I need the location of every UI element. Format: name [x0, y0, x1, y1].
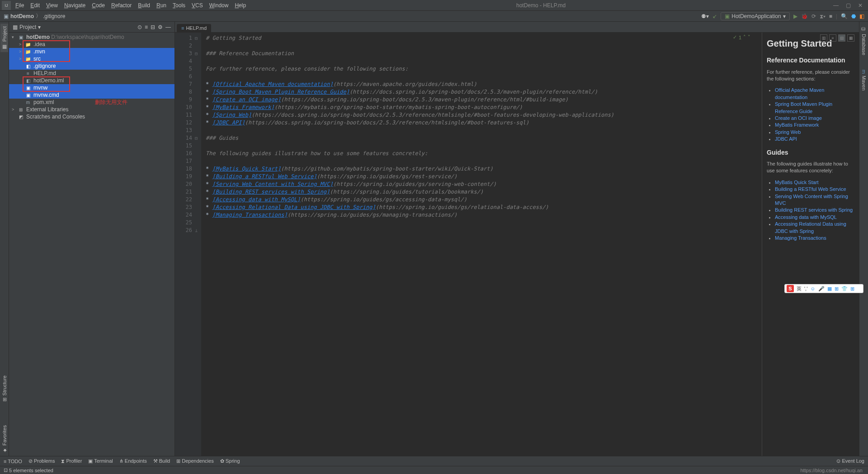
- menu-help[interactable]: Help: [232, 1, 249, 9]
- chevron-down-icon[interactable]: ▾: [12, 35, 17, 39]
- tool-dependencies[interactable]: ⊞ Dependencies: [176, 458, 213, 464]
- event-log-button[interactable]: ⊙ Event Log: [836, 458, 864, 464]
- tool-todo[interactable]: ≡ TODO: [4, 459, 22, 464]
- tool-problems[interactable]: ⊘ Problems: [28, 458, 55, 464]
- preview-link[interactable]: Building a RESTful Web Service: [775, 186, 846, 192]
- tree-item-scratches-and-consoles[interactable]: ◩Scratches and Consoles: [9, 113, 175, 120]
- preview-link[interactable]: Serving Web Content with Spring MVC: [775, 194, 848, 206]
- menu-navigate[interactable]: Navigate: [61, 1, 88, 9]
- ime-skin-icon[interactable]: 👕: [841, 286, 848, 292]
- tree-item-HELPmd[interactable]: ≡HELP.md: [9, 70, 175, 77]
- prev-problem-icon[interactable]: ˄: [743, 34, 746, 40]
- preview-link[interactable]: Spring Boot Maven Plugin Reference Guide: [775, 101, 832, 114]
- tool-tab-database[interactable]: ⛁Database: [860, 24, 868, 58]
- tool-endpoints[interactable]: ⋔ Endpoints: [119, 458, 147, 464]
- ime-emoji-icon[interactable]: ☺: [810, 286, 815, 291]
- preview-link[interactable]: Accessing data with MySQL: [775, 214, 837, 220]
- tool-tab-maven[interactable]: mMaven: [860, 67, 868, 93]
- hide-panel-icon[interactable]: —: [165, 24, 171, 30]
- coverage-icon[interactable]: ⟳: [811, 13, 816, 19]
- preview-link[interactable]: JDBC API: [775, 136, 797, 142]
- line-number-gutter[interactable]: 1234567891011121314151617181920212223242…: [175, 33, 195, 456]
- editor-only-icon[interactable]: ▥: [820, 34, 827, 42]
- maximize-icon[interactable]: ▢: [846, 2, 851, 9]
- preview-link[interactable]: MyBatis Quick Start: [775, 180, 819, 185]
- collapse-all-icon[interactable]: ⊟: [151, 24, 155, 30]
- editor-tab-help[interactable]: ≡ HELP.md: [177, 24, 211, 32]
- tool-profiler[interactable]: ⧗ Profiler: [61, 458, 82, 464]
- project-header-label[interactable]: Project: [19, 24, 36, 30]
- menu-tools[interactable]: Tools: [170, 1, 188, 9]
- tree-item-mvnw[interactable]: ▣mvnw: [9, 84, 175, 91]
- menu-file[interactable]: File: [13, 1, 27, 9]
- close-icon[interactable]: ✕: [858, 2, 863, 9]
- menu-edit[interactable]: Edit: [28, 1, 42, 9]
- expand-icon[interactable]: >: [12, 107, 17, 112]
- back-icon[interactable]: ↙: [712, 13, 717, 19]
- stop-icon[interactable]: ■: [829, 13, 832, 19]
- preview-link[interactable]: Official Apache Maven documentation: [775, 87, 824, 100]
- menu-vcs[interactable]: VCS: [189, 1, 206, 9]
- tree-item-external-libraries[interactable]: >⊞External Libraries: [9, 106, 175, 113]
- gear-icon[interactable]: ⚙: [158, 24, 163, 30]
- breadcrumb-file[interactable]: .gitignore: [43, 13, 65, 19]
- tool-spring[interactable]: ✿ Spring: [220, 458, 240, 464]
- expand-icon[interactable]: >: [19, 57, 24, 61]
- tree-item-pomxml[interactable]: mpom.xml: [9, 99, 175, 106]
- code-editor[interactable]: # Getting Started ### Reference Document…: [201, 33, 859, 456]
- tree-item-mvnwcmd[interactable]: ▣mvnw.cmd: [9, 91, 175, 99]
- status-toggle-icon[interactable]: ⊡: [4, 467, 8, 473]
- menu-window[interactable]: Window: [207, 1, 231, 9]
- ime-punct[interactable]: ',': [804, 286, 807, 291]
- preview-only-icon[interactable]: ▦: [847, 34, 854, 42]
- preview-link[interactable]: Building REST services with Spring: [775, 207, 853, 213]
- ide-update-icon[interactable]: ⬣: [851, 13, 856, 19]
- preview-link[interactable]: Spring Web: [775, 129, 801, 135]
- menu-refactor[interactable]: Refactor: [108, 1, 134, 9]
- breadcrumb[interactable]: ▣ hotDemo 〉 .gitignore: [4, 12, 65, 20]
- ime-toolbar[interactable]: S 英 ',' ☺ 🎤 ▦ ⊞ 👕 ⊞: [784, 284, 863, 293]
- menu-view[interactable]: View: [43, 1, 61, 9]
- profile-icon[interactable]: ⧗▾: [820, 13, 826, 19]
- tree-item-hotDemoiml[interactable]: ◧hotDemo.iml: [9, 77, 175, 84]
- preview-link[interactable]: MyBatis Framework: [775, 122, 819, 128]
- expand-icon[interactable]: >: [19, 49, 24, 54]
- markdown-preview[interactable]: Getting Started Reference Documentation …: [762, 33, 859, 456]
- minimize-icon[interactable]: —: [833, 2, 839, 9]
- editor-preview-icon[interactable]: ≡: [829, 34, 836, 42]
- ime-grid-icon[interactable]: ⊞: [850, 286, 854, 292]
- run-icon[interactable]: ▶: [793, 13, 797, 19]
- menu-build[interactable]: Build: [135, 1, 153, 9]
- chevron-down-icon[interactable]: ▾: [38, 24, 41, 30]
- tool-terminal[interactable]: ▣ Terminal: [88, 458, 113, 464]
- project-tree[interactable]: ▾ ▣ hotDemo D:\workspace\hupan\hotDemo >…: [9, 33, 175, 456]
- run-config-select[interactable]: ▣ HotDemoApplication ▾: [721, 12, 789, 20]
- breadcrumb-root[interactable]: hotDemo: [10, 13, 34, 19]
- tree-item-src[interactable]: >📁src: [9, 55, 175, 62]
- search-icon[interactable]: 🔍: [841, 13, 848, 19]
- menu-code[interactable]: Code: [89, 1, 108, 9]
- ime-lang[interactable]: 英: [797, 285, 802, 292]
- menu-run[interactable]: Run: [154, 1, 169, 9]
- select-opened-icon[interactable]: ⊙: [137, 24, 142, 30]
- toolbox-icon[interactable]: ◧: [859, 13, 864, 19]
- expand-icon[interactable]: >: [19, 42, 24, 47]
- ime-voice-icon[interactable]: 🎤: [818, 286, 825, 292]
- ime-keyboard-icon[interactable]: ▦: [827, 286, 832, 292]
- preview-link[interactable]: Accessing Relational Data using JDBC wit…: [775, 221, 846, 233]
- tree-root[interactable]: ▾ ▣ hotDemo D:\workspace\hupan\hotDemo: [9, 33, 175, 41]
- tree-item-idea[interactable]: >📁.idea: [9, 41, 175, 48]
- preview-link[interactable]: Create an OCI image: [775, 115, 822, 121]
- fold-gutter[interactable]: ⊟ ⊟ ⊟ ⊥: [195, 33, 201, 456]
- tree-item-mvn[interactable]: >📁.mvn: [9, 48, 175, 55]
- tool-tab-structure[interactable]: ⊞Structure: [0, 373, 8, 404]
- debug-icon[interactable]: 🐞: [801, 13, 808, 19]
- ime-logo-icon[interactable]: S: [787, 285, 794, 292]
- tool-tab-project[interactable]: ▦Project: [0, 24, 8, 52]
- inspection-widget[interactable]: ✓ 1 ˄ ˅: [733, 34, 750, 40]
- tool-build[interactable]: ⚒ Build: [153, 458, 170, 464]
- next-problem-icon[interactable]: ˅: [748, 34, 750, 40]
- ime-toolbox-icon[interactable]: ⊞: [835, 286, 839, 292]
- expand-all-icon[interactable]: ≡: [145, 24, 148, 30]
- tree-item-gitignore[interactable]: ◧.gitignore: [9, 62, 175, 70]
